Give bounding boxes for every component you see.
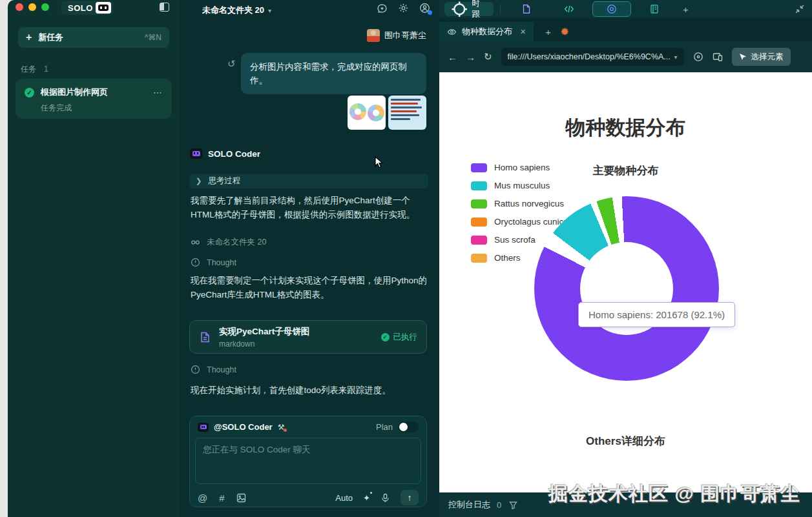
preview-panel: 实时跟随 + 物种数据分布 ✕ xyxy=(439,0,812,517)
solo-mode-badge[interactable]: SOLO xyxy=(61,1,113,15)
watermark: 掘金技术社区 @ 围巾哥萧尘 xyxy=(548,481,800,507)
assistant-paragraph: 现在我需要制定一个计划来实现这个子母饼图，使用Python的PyeChart库生… xyxy=(191,274,431,302)
notification-dot xyxy=(428,10,432,15)
attach-image-icon[interactable] xyxy=(236,493,246,503)
chat-panel: 未命名文件夹 20▾ 围巾哥萧尘 ↺ 分析图片内容和需求，完成对应的网页制 xyxy=(180,0,439,517)
address-bar[interactable]: file:///Users/xiaochen/Desktop/%E6%9C%A.… xyxy=(501,48,684,66)
desktop-background xyxy=(0,0,8,517)
assistant-paragraph: 现在开始实施计划，首先创建todo列表来跟踪进度。 xyxy=(191,383,431,398)
new-task-button[interactable]: + 新任务 ^⌘N xyxy=(18,27,169,48)
attachment-text-thumbnail[interactable] xyxy=(388,96,426,130)
responsive-device-icon[interactable] xyxy=(713,52,723,62)
browser-tab-active[interactable]: 物种数据分布 ✕ xyxy=(439,22,534,41)
rendered-webpage: 物种数据分布 Homo sapiensMus musculusRattus no… xyxy=(439,72,812,492)
new-task-shortcut: ^⌘N xyxy=(145,33,161,42)
solo-label: SOLO xyxy=(68,3,93,13)
tab-title: 物种数据分布 xyxy=(462,26,512,37)
console-count: 0 xyxy=(497,500,501,510)
agent-robot-icon xyxy=(198,423,209,432)
legend-item[interactable]: Rattus norvegicus xyxy=(471,199,579,208)
glasses-icon xyxy=(191,238,200,247)
executed-check-icon: ✓ xyxy=(381,333,390,341)
cursor-icon xyxy=(739,53,747,61)
refresh-icon[interactable]: ↻ xyxy=(484,51,492,63)
chevron-down-icon: ▾ xyxy=(268,7,271,14)
attached-images xyxy=(348,96,426,130)
document-icon xyxy=(199,331,211,343)
tasks-count: 1 xyxy=(44,65,48,74)
eye-icon xyxy=(447,27,457,37)
model-mode-selector[interactable]: Auto xyxy=(335,493,353,503)
forward-icon[interactable]: → xyxy=(466,52,475,63)
chat-header: 未命名文件夹 20▾ xyxy=(180,0,439,18)
user-avatar xyxy=(367,29,380,42)
plus-icon: + xyxy=(26,32,32,43)
task-list-item[interactable]: ✓ 根据图片制作网页 ⋯ 任务完成 xyxy=(16,79,172,119)
plan-label: Plan xyxy=(376,422,393,432)
assistant-identity: SOLO Coder xyxy=(190,148,260,159)
user-name: 围巾哥萧尘 xyxy=(384,30,426,41)
mouse-cursor xyxy=(375,156,385,172)
new-tab-icon[interactable]: + xyxy=(545,26,551,37)
legend-chip xyxy=(471,199,487,208)
tab-document-icon[interactable] xyxy=(507,1,546,17)
live-follow-button[interactable]: 实时跟随 xyxy=(444,2,494,16)
close-tab-icon[interactable]: ✕ xyxy=(520,28,526,36)
task-complete-icon: ✓ xyxy=(25,88,34,97)
agent-mention[interactable]: @SOLO Coder xyxy=(214,422,273,432)
context-reference[interactable]: 未命名文件夹 20 xyxy=(191,237,266,248)
legend-chip xyxy=(471,236,487,245)
legend-item[interactable]: Mus musculus xyxy=(471,181,579,190)
conversation-title-dropdown[interactable]: 未命名文件夹 20▾ xyxy=(202,5,271,16)
minimize-window-button[interactable] xyxy=(28,3,36,11)
others-subtitle: Others详细分布 xyxy=(439,434,812,449)
settings-gear-icon[interactable] xyxy=(398,3,409,14)
chart-subtitle: 主要物种分布 xyxy=(439,163,812,178)
account-icon[interactable] xyxy=(419,3,430,14)
retry-icon[interactable]: ↺ xyxy=(227,58,236,70)
close-window-button[interactable] xyxy=(16,3,23,11)
collapse-panel-icon[interactable] xyxy=(795,5,804,14)
sidebar-toggle-icon[interactable] xyxy=(160,3,169,12)
tool-execution-card[interactable]: 实现PyeChart子母饼图 markdown ✓ 已执行 xyxy=(189,320,427,354)
main-donut[interactable] xyxy=(534,196,719,381)
new-task-label: 新任务 xyxy=(38,32,63,43)
chevron-right-icon: ❯ xyxy=(196,177,202,185)
plan-toggle[interactable] xyxy=(398,421,419,432)
zoom-window-button[interactable] xyxy=(41,3,49,11)
page-title: 物种数据分布 xyxy=(439,114,812,141)
legend-chip xyxy=(471,181,487,190)
filter-funnel-icon[interactable] xyxy=(509,501,517,509)
task-sidebar: SOLO + 新任务 ^⌘N 任务1 ✓ 根据图片制作网页 ⋯ 任务完成 xyxy=(8,0,180,517)
send-button[interactable]: ↑ xyxy=(401,490,419,505)
task-menu-icon[interactable]: ⋯ xyxy=(153,87,163,97)
mention-icon[interactable]: @ xyxy=(198,492,207,503)
execution-title: 实现PyeChart子母饼图 xyxy=(219,326,373,338)
context-hash-icon[interactable]: # xyxy=(219,492,224,503)
thinking-process-toggle[interactable]: ❯ 思考过程 xyxy=(189,174,428,188)
legend-label: Mus musculus xyxy=(494,181,550,190)
tools-icon[interactable]: ⚒ xyxy=(278,423,285,432)
tab-browser-icon[interactable] xyxy=(592,1,631,17)
target-icon xyxy=(451,1,468,17)
back-icon[interactable]: ← xyxy=(448,52,457,63)
attachment-chart-thumbnail[interactable] xyxy=(348,96,386,130)
microphone-icon[interactable] xyxy=(380,493,390,503)
tab-code-icon[interactable] xyxy=(550,1,588,17)
starburst-icon[interactable]: ✹ xyxy=(560,25,569,39)
chat-input-container: @SOLO Coder ⚒ Plan 您正在与 SOLO Coder 聊天 @ … xyxy=(189,416,427,507)
select-element-button[interactable]: 选择元素 xyxy=(732,48,791,66)
assistant-paragraph: 我需要先了解当前目录结构，然后使用PyeChart创建一个HTML格式的子母饼图… xyxy=(191,194,431,222)
legend-chip xyxy=(471,218,487,227)
inspect-icon[interactable] xyxy=(693,52,703,62)
tab-notebook-icon[interactable] xyxy=(635,1,674,17)
browser-tabstrip: 物种数据分布 ✕ + ✹ xyxy=(439,18,812,41)
thought-icon xyxy=(191,365,200,374)
browser-navbar: ← → ↻ file:///Users/xiaochen/Desktop/%E6… xyxy=(439,41,812,72)
enhance-sparkle-icon[interactable]: ✦ xyxy=(363,493,370,503)
new-chat-icon[interactable] xyxy=(377,3,388,14)
message-input[interactable]: 您正在与 SOLO Coder 聊天 xyxy=(195,438,421,484)
legend-label: Sus scrofa xyxy=(494,235,536,245)
legend-chip xyxy=(471,254,487,263)
add-panel-icon[interactable]: + xyxy=(683,4,689,15)
